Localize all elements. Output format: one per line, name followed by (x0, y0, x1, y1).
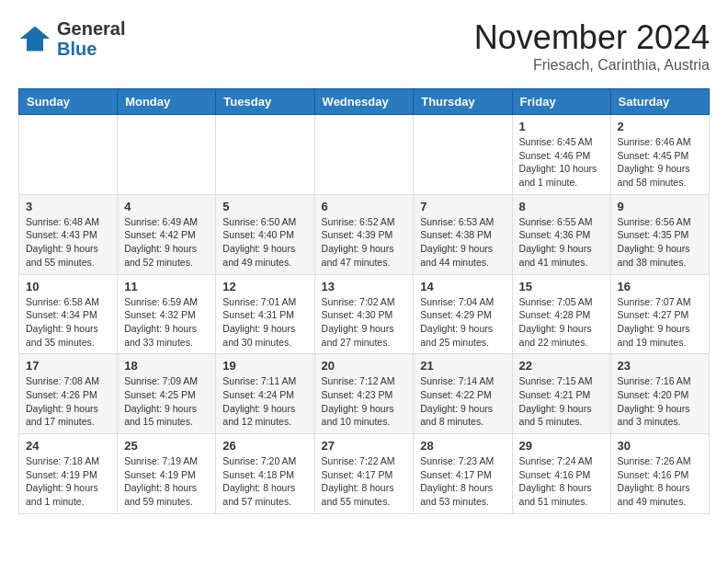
calendar-cell: 19Sunrise: 7:11 AM Sunset: 4:24 PM Dayli… (216, 354, 314, 434)
day-number: 26 (222, 439, 307, 453)
day-info: Sunrise: 7:15 AM Sunset: 4:21 PM Dayligh… (519, 374, 604, 429)
day-info: Sunrise: 7:09 AM Sunset: 4:25 PM Dayligh… (124, 374, 209, 429)
calendar-cell: 24Sunrise: 7:18 AM Sunset: 4:19 PM Dayli… (19, 434, 118, 514)
day-info: Sunrise: 7:20 AM Sunset: 4:18 PM Dayligh… (222, 454, 307, 509)
day-number: 25 (124, 439, 209, 453)
calendar-cell: 9Sunrise: 6:56 AM Sunset: 4:35 PM Daylig… (610, 194, 709, 274)
logo: General Blue (18, 18, 125, 59)
day-number: 2 (618, 120, 702, 133)
day-info: Sunrise: 7:23 AM Sunset: 4:17 PM Dayligh… (420, 454, 505, 509)
day-number: 29 (519, 439, 604, 453)
calendar-cell: 20Sunrise: 7:12 AM Sunset: 4:23 PM Dayli… (314, 354, 414, 434)
day-number: 24 (26, 439, 110, 453)
day-number: 27 (322, 439, 407, 453)
day-info: Sunrise: 7:11 AM Sunset: 4:24 PM Dayligh… (222, 374, 307, 429)
calendar-cell: 2Sunrise: 6:46 AM Sunset: 4:45 PM Daylig… (610, 115, 709, 195)
calendar-cell: 1Sunrise: 6:45 AM Sunset: 4:46 PM Daylig… (512, 115, 610, 195)
logo-icon (18, 22, 51, 55)
calendar-cell: 12Sunrise: 7:01 AM Sunset: 4:31 PM Dayli… (216, 274, 314, 354)
day-info: Sunrise: 6:58 AM Sunset: 4:34 PM Dayligh… (26, 295, 110, 350)
day-number: 19 (222, 359, 307, 373)
logo-text: General Blue (57, 18, 125, 59)
day-number: 15 (519, 280, 604, 293)
calendar-cell: 26Sunrise: 7:20 AM Sunset: 4:18 PM Dayli… (216, 434, 314, 514)
calendar-cell: 28Sunrise: 7:23 AM Sunset: 4:17 PM Dayli… (414, 434, 512, 514)
day-info: Sunrise: 7:04 AM Sunset: 4:29 PM Dayligh… (420, 295, 505, 350)
day-info: Sunrise: 7:24 AM Sunset: 4:16 PM Dayligh… (519, 454, 604, 509)
day-info: Sunrise: 7:14 AM Sunset: 4:22 PM Dayligh… (420, 374, 505, 429)
day-info: Sunrise: 6:55 AM Sunset: 4:36 PM Dayligh… (519, 215, 604, 270)
calendar-cell: 30Sunrise: 7:26 AM Sunset: 4:16 PM Dayli… (610, 434, 709, 514)
calendar-cell: 23Sunrise: 7:16 AM Sunset: 4:20 PM Dayli… (610, 354, 709, 434)
calendar-cell: 15Sunrise: 7:05 AM Sunset: 4:28 PM Dayli… (512, 274, 610, 354)
calendar-cell: 3Sunrise: 6:48 AM Sunset: 4:43 PM Daylig… (19, 194, 118, 274)
calendar-cell: 22Sunrise: 7:15 AM Sunset: 4:21 PM Dayli… (512, 354, 610, 434)
calendar-cell (118, 115, 216, 195)
day-number: 17 (26, 359, 110, 373)
day-number: 6 (322, 200, 407, 213)
day-number: 13 (322, 280, 407, 293)
day-info: Sunrise: 6:48 AM Sunset: 4:43 PM Dayligh… (26, 215, 110, 270)
calendar-cell (216, 115, 314, 195)
day-number: 1 (519, 120, 604, 133)
day-info: Sunrise: 6:52 AM Sunset: 4:39 PM Dayligh… (322, 215, 407, 270)
day-number: 7 (420, 200, 505, 213)
calendar-cell: 25Sunrise: 7:19 AM Sunset: 4:19 PM Dayli… (118, 434, 216, 514)
day-number: 5 (222, 200, 307, 213)
calendar-table: SundayMondayTuesdayWednesdayThursdayFrid… (18, 88, 710, 514)
calendar-cell: 21Sunrise: 7:14 AM Sunset: 4:22 PM Dayli… (414, 354, 512, 434)
day-info: Sunrise: 6:46 AM Sunset: 4:45 PM Dayligh… (618, 135, 702, 190)
day-number: 14 (420, 280, 505, 293)
week-row-5: 24Sunrise: 7:18 AM Sunset: 4:19 PM Dayli… (19, 434, 710, 514)
calendar-cell: 17Sunrise: 7:08 AM Sunset: 4:26 PM Dayli… (19, 354, 118, 434)
day-number: 10 (26, 280, 110, 293)
day-number: 9 (618, 200, 702, 213)
calendar-cell (414, 115, 512, 195)
day-number: 28 (420, 439, 505, 453)
day-number: 3 (26, 200, 110, 213)
day-number: 22 (519, 359, 604, 373)
day-number: 4 (124, 200, 209, 213)
week-row-4: 17Sunrise: 7:08 AM Sunset: 4:26 PM Dayli… (19, 354, 710, 434)
calendar-cell (314, 115, 414, 195)
weekday-header-friday: Friday (512, 89, 610, 115)
day-number: 21 (420, 359, 505, 373)
day-number: 20 (322, 359, 407, 373)
weekday-header-row: SundayMondayTuesdayWednesdayThursdayFrid… (19, 89, 710, 115)
day-number: 18 (124, 359, 209, 373)
calendar-cell: 29Sunrise: 7:24 AM Sunset: 4:16 PM Dayli… (512, 434, 610, 514)
day-number: 8 (519, 200, 604, 213)
calendar-cell: 7Sunrise: 6:53 AM Sunset: 4:38 PM Daylig… (414, 194, 512, 274)
weekday-header-sunday: Sunday (19, 89, 118, 115)
week-row-3: 10Sunrise: 6:58 AM Sunset: 4:34 PM Dayli… (19, 274, 710, 354)
day-info: Sunrise: 6:53 AM Sunset: 4:38 PM Dayligh… (420, 215, 505, 270)
day-info: Sunrise: 7:26 AM Sunset: 4:16 PM Dayligh… (618, 454, 702, 509)
calendar-cell: 10Sunrise: 6:58 AM Sunset: 4:34 PM Dayli… (19, 274, 118, 354)
calendar-cell: 16Sunrise: 7:07 AM Sunset: 4:27 PM Dayli… (610, 274, 709, 354)
day-info: Sunrise: 7:02 AM Sunset: 4:30 PM Dayligh… (322, 295, 407, 350)
calendar-cell: 11Sunrise: 6:59 AM Sunset: 4:32 PM Dayli… (118, 274, 216, 354)
calendar-cell: 18Sunrise: 7:09 AM Sunset: 4:25 PM Dayli… (118, 354, 216, 434)
day-info: Sunrise: 6:50 AM Sunset: 4:40 PM Dayligh… (222, 215, 307, 270)
calendar-cell: 27Sunrise: 7:22 AM Sunset: 4:17 PM Dayli… (314, 434, 414, 514)
calendar-cell (19, 115, 118, 195)
day-info: Sunrise: 6:49 AM Sunset: 4:42 PM Dayligh… (124, 215, 209, 270)
calendar-cell: 8Sunrise: 6:55 AM Sunset: 4:36 PM Daylig… (512, 194, 610, 274)
day-info: Sunrise: 7:08 AM Sunset: 4:26 PM Dayligh… (26, 374, 110, 429)
weekday-header-saturday: Saturday (610, 89, 709, 115)
week-row-1: 1Sunrise: 6:45 AM Sunset: 4:46 PM Daylig… (19, 115, 710, 195)
calendar-cell: 13Sunrise: 7:02 AM Sunset: 4:30 PM Dayli… (314, 274, 414, 354)
day-number: 16 (618, 280, 702, 293)
week-row-2: 3Sunrise: 6:48 AM Sunset: 4:43 PM Daylig… (19, 194, 710, 274)
day-info: Sunrise: 6:45 AM Sunset: 4:46 PM Dayligh… (519, 135, 604, 190)
day-info: Sunrise: 7:12 AM Sunset: 4:23 PM Dayligh… (322, 374, 407, 429)
day-number: 11 (124, 280, 209, 293)
calendar-cell: 6Sunrise: 6:52 AM Sunset: 4:39 PM Daylig… (314, 194, 414, 274)
day-info: Sunrise: 7:05 AM Sunset: 4:28 PM Dayligh… (519, 295, 604, 350)
day-number: 12 (222, 280, 307, 293)
day-info: Sunrise: 7:07 AM Sunset: 4:27 PM Dayligh… (618, 295, 702, 350)
day-number: 30 (618, 439, 702, 453)
day-info: Sunrise: 7:19 AM Sunset: 4:19 PM Dayligh… (124, 454, 209, 509)
calendar-cell: 5Sunrise: 6:50 AM Sunset: 4:40 PM Daylig… (216, 194, 314, 274)
day-info: Sunrise: 6:59 AM Sunset: 4:32 PM Dayligh… (124, 295, 209, 350)
